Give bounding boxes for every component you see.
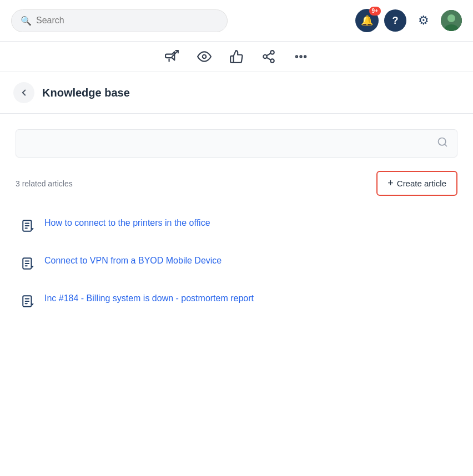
kb-title: Knowledge base [42,87,130,99]
nav-icons: 🔔 9+ ? ⚙ [355,9,462,32]
related-articles-count: 3 related articles [16,179,73,188]
eye-icon[interactable] [197,49,212,64]
plus-icon: + [388,178,394,189]
article-link[interactable]: Connect to VPN from a BYOD Mobile Device [44,255,222,267]
svg-point-12 [304,55,306,57]
toolbar [0,42,473,72]
article-item[interactable]: Connect to VPN from a BYOD Mobile Device [16,245,457,282]
article-icon [20,293,37,310]
share-icon[interactable] [261,49,276,64]
notification-badge: 9+ [369,7,381,16]
article-item[interactable]: Inc #184 - Billing system is down - post… [16,282,457,320]
avatar[interactable] [441,10,462,31]
back-button[interactable] [13,82,34,103]
svg-line-9 [266,53,270,55]
notification-button[interactable]: 🔔 9+ [355,9,379,32]
search-bar[interactable]: 🔍 [11,9,228,32]
kb-header: Knowledge base [0,72,473,114]
gear-icon: ⚙ [418,13,429,28]
article-search-input[interactable] [25,139,437,148]
thumbsup-icon[interactable] [229,49,244,64]
settings-button[interactable]: ⚙ [412,9,435,32]
article-search-icon [437,136,448,150]
related-bar: 3 related articles + Create article [16,171,457,196]
svg-point-11 [300,55,301,57]
megaphone-icon[interactable] [165,49,179,64]
search-input[interactable] [36,16,218,26]
svg-point-10 [296,55,298,57]
article-search[interactable] [16,129,457,158]
article-link[interactable]: How to connect to the printers in the of… [44,217,210,229]
help-icon: ? [393,15,399,27]
svg-line-14 [445,144,447,146]
avatar-image [441,10,462,31]
svg-point-4 [203,55,207,59]
bell-icon: 🔔 [361,14,373,27]
article-item[interactable]: How to connect to the printers in the of… [16,207,457,245]
content-area: 3 related articles + Create article How … [0,114,473,336]
svg-point-1 [447,14,455,22]
article-icon [20,256,37,272]
search-icon: 🔍 [21,16,32,26]
svg-line-8 [266,58,270,60]
more-icon[interactable] [294,49,308,64]
article-icon [20,218,37,235]
help-button[interactable]: ? [384,9,406,32]
create-article-label: Create article [397,179,446,188]
article-link[interactable]: Inc #184 - Billing system is down - post… [44,292,254,305]
top-nav: 🔍 🔔 9+ ? ⚙ [0,0,473,42]
article-list: How to connect to the printers in the of… [16,207,457,320]
create-article-button[interactable]: + Create article [376,171,457,196]
